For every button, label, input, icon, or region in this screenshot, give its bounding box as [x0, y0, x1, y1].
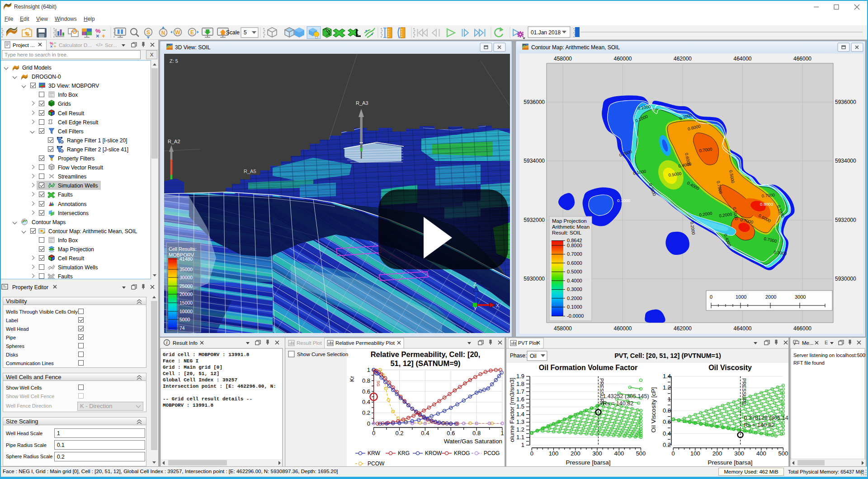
svg-text:200: 200 [571, 450, 580, 457]
svg-text:5936000: 5936000 [524, 99, 545, 105]
svg-text:01.Jan 2018: 01.Jan 2018 [531, 29, 561, 36]
svg-text:Contour Map: Arithmetic Mean,: Contour Map: Arithmetic Mean, SOIL [531, 44, 620, 51]
svg-text:35000: 35000 [179, 267, 193, 272]
svg-text:SG: SG [376, 380, 381, 386]
svg-text:Relative Permeability Plot: Relative Permeability Plot [335, 340, 395, 346]
svg-text:R_A2: R_A2 [168, 139, 180, 144]
svg-text:0: 0 [372, 430, 375, 437]
svg-text:0: 0 [367, 420, 370, 427]
svg-text:ResInsight (64bit): ResInsight (64bit) [14, 4, 57, 10]
svg-text:1.43252 (305.145): 1.43252 (305.145) [603, 393, 649, 399]
svg-text:KRW: KRW [368, 450, 380, 456]
svg-text:0.7000: 0.7000 [567, 251, 582, 257]
svg-text:Scr...: Scr... [105, 42, 117, 48]
svg-text:0.2: 0.2 [362, 409, 370, 416]
svg-text:Result Plot: Result Plot [297, 340, 322, 346]
svg-text:0.2: 0.2 [395, 430, 403, 437]
svg-text:20000: 20000 [179, 291, 193, 297]
svg-text:Result: SOIL: Result: SOIL [552, 230, 582, 235]
svg-text:400: 400 [614, 450, 624, 457]
svg-text:460000: 460000 [613, 325, 632, 332]
svg-text:R_A3: R_A3 [356, 100, 368, 106]
svg-text:10000: 10000 [179, 309, 193, 314]
svg-text:Property Editor: Property Editor [12, 284, 48, 291]
svg-text:Result Info: Result Info [173, 340, 198, 346]
svg-text:Global Cell Index : 39257: Global Cell Index : 39257 [163, 377, 237, 383]
svg-text:5: 5 [244, 29, 247, 36]
svg-text:400: 400 [756, 450, 766, 457]
svg-text:0: 0 [710, 294, 712, 300]
svg-text:462000: 462000 [674, 56, 692, 62]
svg-text:Server listening on localhost:: Server listening on localhost:5005 [793, 352, 866, 358]
svg-text:Face : NEG I: Face : NEG I [163, 358, 198, 364]
svg-text:466000: 466000 [793, 325, 811, 332]
svg-text:R_A5: R_A5 [244, 169, 256, 174]
svg-text:Rs = 140.82: Rs = 140.82 [744, 422, 775, 428]
svg-text:Map Projection: Map Projection [552, 218, 587, 224]
svg-text:30000: 30000 [179, 275, 193, 280]
svg-text:PVT, Cell: [20, 51, 12] (PVTNU: PVT, Cell: [20, 51, 12] (PVTNUM=1) [614, 352, 721, 359]
svg-text:Pressure [barsa]: Pressure [barsa] [708, 459, 752, 466]
svg-text:1.3: 1.3 [516, 418, 524, 425]
svg-text:3000: 3000 [795, 294, 806, 300]
svg-text:200: 200 [712, 450, 722, 457]
svg-text:Scale: Scale [226, 29, 240, 36]
svg-text:0.5000: 0.5000 [567, 269, 582, 274]
svg-text:1.2: 1.2 [516, 426, 524, 433]
svg-text:5934000: 5934000 [835, 158, 856, 164]
svg-text:Intersection point : [E: 46229: Intersection point : [E: 462296.00, N: [163, 384, 276, 389]
svg-text:Phase:: Phase: [510, 352, 527, 359]
svg-text:0: 0 [530, 450, 533, 457]
svg-text:0.1000: 0.1000 [567, 304, 582, 310]
svg-text:300: 300 [734, 450, 744, 457]
svg-text:0.8: 0.8 [663, 407, 671, 414]
svg-text:Cell : [20, 51, 12]: Cell : [20, 51, 12] [163, 371, 219, 376]
svg-text:X: X [496, 303, 500, 308]
svg-text:0.8000: 0.8000 [567, 243, 582, 248]
svg-text:0.8: 0.8 [362, 377, 370, 384]
svg-text:458000: 458000 [554, 325, 572, 332]
svg-text:0.2000: 0.2000 [567, 296, 582, 301]
svg-text:Relative Permeability, Cell: [: Relative Permeability, Cell: [20, [371, 350, 481, 358]
svg-text:PVT Plot: PVT Plot [518, 340, 538, 346]
svg-text:Grid cell : MOBPORV : 13991.8: Grid cell : MOBPORV : 13991.8 [163, 352, 250, 357]
svg-text:Z: Z [473, 282, 476, 287]
svg-text:0.4: 0.4 [663, 430, 671, 437]
svg-text:Kr: Kr [349, 376, 355, 382]
svg-text:Z: 5: Z: 5 [170, 58, 178, 64]
svg-text:Oil Formation Volume Factor: Oil Formation Volume Factor [539, 364, 637, 371]
svg-text:464000: 464000 [733, 325, 751, 332]
svg-text:0.4: 0.4 [362, 399, 370, 405]
svg-text:Y: Y [474, 306, 477, 311]
svg-text:464000: 464000 [733, 56, 751, 62]
svg-text:5932000: 5932000 [835, 217, 856, 223]
svg-text:5934000: 5934000 [524, 158, 545, 164]
svg-text:Water/Gas Saturation: Water/Gas Saturation [444, 438, 502, 445]
svg-text:0.378129 (305.145): 0.378129 (305.145) [744, 415, 788, 421]
svg-text:0.6: 0.6 [663, 418, 671, 425]
svg-text:466000: 466000 [793, 56, 811, 62]
svg-text:Pressure [barsa]: Pressure [barsa] [566, 459, 610, 466]
svg-text:E: E [190, 29, 194, 36]
svg-text:Calculator D...: Calculator D... [59, 42, 92, 48]
svg-text:25000: 25000 [179, 283, 193, 289]
svg-text:15000: 15000 [179, 300, 193, 305]
svg-text:1.4: 1.4 [516, 411, 524, 418]
svg-text:500: 500 [636, 450, 646, 457]
svg-text:1: 1 [668, 396, 671, 403]
svg-text:1: 1 [367, 366, 370, 373]
svg-text:5000: 5000 [179, 317, 190, 322]
svg-text:500: 500 [778, 450, 788, 457]
svg-text:300: 300 [592, 450, 602, 457]
svg-text:KROG: KROG [454, 450, 470, 456]
svg-text:1.2: 1.2 [663, 384, 671, 391]
svg-text:2000: 2000 [765, 294, 776, 300]
svg-text:KROW: KROW [425, 450, 442, 456]
svg-text:3D View: SOIL: 3D View: SOIL [175, 44, 211, 51]
svg-text:Cell Results:: Cell Results: [169, 246, 197, 252]
svg-text:41480: 41480 [179, 256, 193, 262]
svg-text:51, 12] (SATNUM=9): 51, 12] (SATNUM=9) [390, 359, 460, 367]
svg-text:PCOG: PCOG [484, 450, 500, 456]
svg-text:Show Curve Selection: Show Curve Selection [297, 352, 348, 357]
svg-text:Oil Viscosity: Oil Viscosity [708, 364, 752, 371]
